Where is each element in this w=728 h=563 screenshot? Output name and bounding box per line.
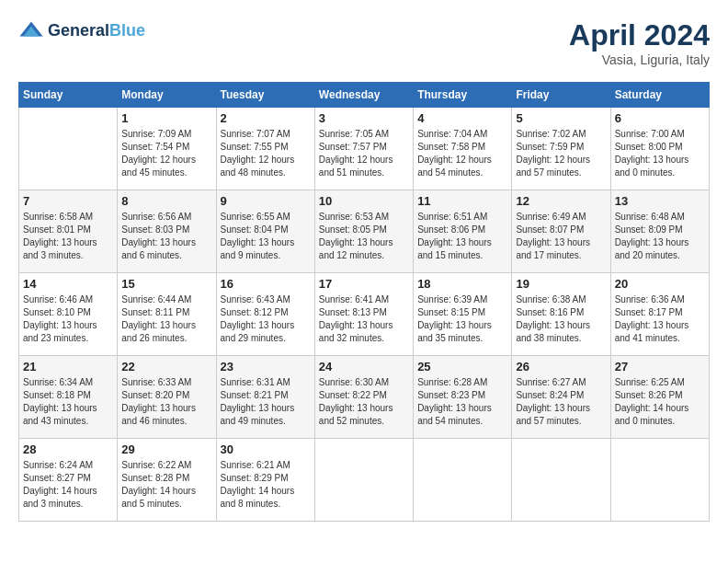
calendar-cell xyxy=(314,439,413,522)
weekday-header: Thursday xyxy=(414,83,512,108)
day-info: Sunrise: 6:49 AMSunset: 8:07 PMDaylight:… xyxy=(516,211,606,262)
day-number: 12 xyxy=(516,194,606,208)
day-info: Sunrise: 7:02 AMSunset: 7:59 PMDaylight:… xyxy=(516,128,606,179)
day-info: Sunrise: 7:00 AMSunset: 8:00 PMDaylight:… xyxy=(615,128,705,179)
day-number: 7 xyxy=(23,194,113,208)
day-number: 8 xyxy=(121,194,211,208)
day-info: Sunrise: 6:46 AMSunset: 8:10 PMDaylight:… xyxy=(23,293,113,345)
day-info: Sunrise: 6:41 AMSunset: 8:13 PMDaylight:… xyxy=(319,293,409,345)
calendar-cell: 1Sunrise: 7:09 AMSunset: 7:54 PMDaylight… xyxy=(118,108,216,190)
calendar-cell: 5Sunrise: 7:02 AMSunset: 7:59 PMDaylight… xyxy=(512,108,610,190)
calendar-cell: 12Sunrise: 6:49 AMSunset: 8:07 PMDayligh… xyxy=(512,190,610,273)
weekday-header: Monday xyxy=(118,83,216,108)
day-number: 18 xyxy=(417,277,507,291)
calendar-cell: 28Sunrise: 6:24 AMSunset: 8:27 PMDayligh… xyxy=(19,439,118,522)
day-number: 26 xyxy=(516,360,606,373)
weekday-header: Friday xyxy=(512,83,610,108)
logo-icon xyxy=(18,18,44,44)
day-number: 9 xyxy=(221,194,311,208)
day-info: Sunrise: 6:34 AMSunset: 8:18 PMDaylight:… xyxy=(23,376,113,428)
day-number: 24 xyxy=(319,360,409,373)
day-number: 25 xyxy=(417,360,507,373)
day-number: 22 xyxy=(121,360,211,373)
calendar-week-row: 1Sunrise: 7:09 AMSunset: 7:54 PMDaylight… xyxy=(19,108,710,190)
calendar-cell: 20Sunrise: 6:36 AMSunset: 8:17 PMDayligh… xyxy=(610,273,709,356)
calendar-week-row: 28Sunrise: 6:24 AMSunset: 8:27 PMDayligh… xyxy=(19,439,710,522)
logo-text: GeneralBlue xyxy=(48,22,145,40)
month-title: April 2024 xyxy=(569,18,710,52)
calendar-cell: 19Sunrise: 6:38 AMSunset: 8:16 PMDayligh… xyxy=(512,273,610,356)
day-info: Sunrise: 6:56 AMSunset: 8:03 PMDaylight:… xyxy=(121,211,211,262)
day-number: 28 xyxy=(23,442,113,456)
day-info: Sunrise: 6:24 AMSunset: 8:27 PMDaylight:… xyxy=(23,459,113,511)
day-info: Sunrise: 6:51 AMSunset: 8:06 PMDaylight:… xyxy=(417,211,507,262)
day-info: Sunrise: 6:22 AMSunset: 8:28 PMDaylight:… xyxy=(121,459,211,511)
calendar-cell xyxy=(512,439,610,522)
calendar-cell xyxy=(19,108,118,190)
day-info: Sunrise: 6:28 AMSunset: 8:23 PMDaylight:… xyxy=(417,376,507,428)
calendar-cell: 9Sunrise: 6:55 AMSunset: 8:04 PMDaylight… xyxy=(216,190,314,273)
calendar-cell: 25Sunrise: 6:28 AMSunset: 8:23 PMDayligh… xyxy=(414,356,512,439)
calendar-cell: 17Sunrise: 6:41 AMSunset: 8:13 PMDayligh… xyxy=(314,273,413,356)
calendar-cell xyxy=(414,439,512,522)
calendar-cell: 8Sunrise: 6:56 AMSunset: 8:03 PMDaylight… xyxy=(118,190,216,273)
day-info: Sunrise: 6:53 AMSunset: 8:05 PMDaylight:… xyxy=(319,211,409,262)
logo: GeneralBlue xyxy=(18,18,145,44)
weekday-header: Sunday xyxy=(19,83,118,108)
calendar-cell: 13Sunrise: 6:48 AMSunset: 8:09 PMDayligh… xyxy=(610,190,709,273)
weekday-header: Wednesday xyxy=(314,83,413,108)
day-info: Sunrise: 6:39 AMSunset: 8:15 PMDaylight:… xyxy=(417,293,507,345)
calendar-week-row: 21Sunrise: 6:34 AMSunset: 8:18 PMDayligh… xyxy=(19,356,710,439)
day-number: 21 xyxy=(23,360,113,373)
calendar-cell: 27Sunrise: 6:25 AMSunset: 8:26 PMDayligh… xyxy=(610,356,709,439)
day-info: Sunrise: 6:27 AMSunset: 8:24 PMDaylight:… xyxy=(516,376,606,428)
day-info: Sunrise: 6:44 AMSunset: 8:11 PMDaylight:… xyxy=(121,293,211,345)
calendar-cell: 29Sunrise: 6:22 AMSunset: 8:28 PMDayligh… xyxy=(118,439,216,522)
weekday-header: Saturday xyxy=(610,83,709,108)
calendar-cell: 10Sunrise: 6:53 AMSunset: 8:05 PMDayligh… xyxy=(314,190,413,273)
calendar-cell: 16Sunrise: 6:43 AMSunset: 8:12 PMDayligh… xyxy=(216,273,314,356)
calendar-table: SundayMondayTuesdayWednesdayThursdayFrid… xyxy=(18,82,710,522)
page-header: GeneralBlue April 2024 Vasia, Liguria, I… xyxy=(18,18,710,67)
day-info: Sunrise: 7:04 AMSunset: 7:58 PMDaylight:… xyxy=(417,128,507,179)
day-number: 5 xyxy=(516,111,606,125)
calendar-cell: 21Sunrise: 6:34 AMSunset: 8:18 PMDayligh… xyxy=(19,356,118,439)
day-number: 14 xyxy=(23,277,113,291)
day-number: 29 xyxy=(121,442,211,456)
day-info: Sunrise: 7:07 AMSunset: 7:55 PMDaylight:… xyxy=(221,128,311,179)
day-info: Sunrise: 6:58 AMSunset: 8:01 PMDaylight:… xyxy=(23,211,113,262)
day-number: 30 xyxy=(221,442,311,456)
calendar-week-row: 14Sunrise: 6:46 AMSunset: 8:10 PMDayligh… xyxy=(19,273,710,356)
calendar-cell: 18Sunrise: 6:39 AMSunset: 8:15 PMDayligh… xyxy=(414,273,512,356)
weekday-header: Tuesday xyxy=(216,83,314,108)
day-info: Sunrise: 6:25 AMSunset: 8:26 PMDaylight:… xyxy=(615,376,705,428)
day-info: Sunrise: 6:48 AMSunset: 8:09 PMDaylight:… xyxy=(615,211,705,262)
day-info: Sunrise: 6:31 AMSunset: 8:21 PMDaylight:… xyxy=(221,376,311,428)
day-info: Sunrise: 6:30 AMSunset: 8:22 PMDaylight:… xyxy=(319,376,409,428)
calendar-cell: 30Sunrise: 6:21 AMSunset: 8:29 PMDayligh… xyxy=(216,439,314,522)
day-number: 16 xyxy=(221,277,311,291)
location-subtitle: Vasia, Liguria, Italy xyxy=(569,52,710,67)
calendar-cell: 24Sunrise: 6:30 AMSunset: 8:22 PMDayligh… xyxy=(314,356,413,439)
day-info: Sunrise: 6:43 AMSunset: 8:12 PMDaylight:… xyxy=(221,293,311,345)
calendar-cell: 6Sunrise: 7:00 AMSunset: 8:00 PMDaylight… xyxy=(610,108,709,190)
day-number: 17 xyxy=(319,277,409,291)
day-number: 20 xyxy=(615,277,705,291)
day-number: 15 xyxy=(121,277,211,291)
day-number: 1 xyxy=(121,111,211,125)
day-info: Sunrise: 6:38 AMSunset: 8:16 PMDaylight:… xyxy=(516,293,606,345)
calendar-week-row: 7Sunrise: 6:58 AMSunset: 8:01 PMDaylight… xyxy=(19,190,710,273)
calendar-cell: 22Sunrise: 6:33 AMSunset: 8:20 PMDayligh… xyxy=(118,356,216,439)
day-number: 2 xyxy=(221,111,311,125)
day-number: 3 xyxy=(319,111,409,125)
calendar-cell: 23Sunrise: 6:31 AMSunset: 8:21 PMDayligh… xyxy=(216,356,314,439)
day-info: Sunrise: 6:21 AMSunset: 8:29 PMDaylight:… xyxy=(221,459,311,511)
calendar-cell: 11Sunrise: 6:51 AMSunset: 8:06 PMDayligh… xyxy=(414,190,512,273)
calendar-cell: 14Sunrise: 6:46 AMSunset: 8:10 PMDayligh… xyxy=(19,273,118,356)
calendar-cell: 4Sunrise: 7:04 AMSunset: 7:58 PMDaylight… xyxy=(414,108,512,190)
title-block: April 2024 Vasia, Liguria, Italy xyxy=(569,18,710,67)
day-info: Sunrise: 6:55 AMSunset: 8:04 PMDaylight:… xyxy=(221,211,311,262)
day-number: 27 xyxy=(615,360,705,373)
day-number: 19 xyxy=(516,277,606,291)
day-number: 11 xyxy=(417,194,507,208)
